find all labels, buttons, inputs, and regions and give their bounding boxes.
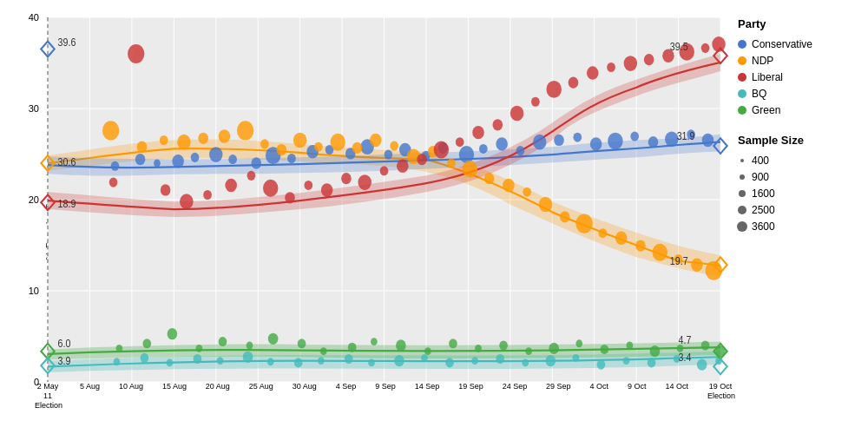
- svg-point-91: [203, 190, 212, 200]
- legend-size-400-label: 400: [752, 155, 769, 167]
- svg-point-157: [449, 339, 457, 348]
- legend-green-dot: [738, 106, 746, 115]
- svg-point-46: [554, 135, 564, 146]
- svg-point-66: [331, 134, 345, 151]
- svg-point-90: [180, 194, 194, 209]
- svg-point-80: [599, 228, 608, 238]
- svg-point-163: [600, 345, 608, 354]
- svg-point-160: [525, 347, 532, 355]
- legend-size-900-label: 900: [752, 171, 769, 183]
- legend-size-1600-dot: [739, 190, 746, 197]
- x-label-6: 30 Aug: [293, 382, 317, 391]
- svg-point-145: [142, 339, 151, 348]
- x-label-12: 29 Sep: [546, 382, 571, 391]
- svg-point-137: [573, 354, 580, 362]
- svg-point-122: [194, 354, 202, 364]
- x-label-13: 4 Oct: [590, 382, 609, 391]
- svg-point-147: [196, 345, 203, 352]
- svg-point-165: [650, 345, 661, 357]
- svg-point-149: [247, 342, 253, 350]
- svg-point-123: [217, 357, 224, 365]
- svg-text:30.6: 30.6: [58, 157, 76, 168]
- svg-point-63: [277, 144, 287, 155]
- svg-point-87: [109, 178, 118, 187]
- x-label-4: 20 Aug: [206, 382, 230, 391]
- svg-point-144: [115, 345, 122, 352]
- svg-text:4.7: 4.7: [679, 334, 692, 345]
- x-label-16: 19 OctElection: [707, 382, 733, 401]
- svg-point-167: [701, 340, 710, 350]
- svg-point-125: [267, 358, 274, 365]
- svg-point-107: [510, 106, 524, 122]
- svg-point-48: [590, 137, 602, 150]
- svg-point-159: [499, 340, 508, 350]
- svg-point-138: [597, 360, 606, 370]
- svg-point-89: [161, 184, 171, 195]
- svg-point-93: [247, 171, 256, 181]
- svg-point-82: [635, 240, 646, 251]
- svg-point-128: [345, 354, 353, 364]
- chart-container: % Popular Support: [0, 0, 868, 434]
- svg-point-96: [304, 181, 312, 190]
- svg-point-130: [394, 355, 404, 366]
- svg-text:3.4: 3.4: [679, 352, 692, 363]
- svg-point-134: [496, 354, 504, 364]
- svg-point-50: [630, 132, 639, 141]
- svg-point-152: [320, 347, 327, 355]
- svg-point-81: [615, 231, 628, 244]
- svg-point-77: [539, 197, 553, 213]
- x-axis-labels: 2 May 11Election 5 Aug 10 Aug 15 Aug 20 …: [48, 382, 720, 430]
- legend-green: Green: [738, 104, 859, 116]
- svg-text:6.0: 6.0: [58, 339, 71, 350]
- svg-point-109: [546, 81, 561, 98]
- svg-point-156: [424, 347, 431, 355]
- legend-size-2500-label: 2500: [752, 204, 775, 216]
- svg-point-61: [237, 121, 253, 140]
- svg-point-51: [648, 136, 659, 148]
- svg-point-83: [653, 244, 667, 261]
- svg-point-26: [172, 155, 184, 168]
- svg-text:31.9: 31.9: [677, 131, 695, 142]
- svg-point-45: [533, 135, 547, 150]
- svg-point-153: [348, 343, 357, 352]
- plot-background: 39.6 30.6 18.9 6.0 3.9 39.5 31.9 19.7 4.…: [48, 17, 720, 382]
- svg-point-75: [503, 179, 515, 192]
- x-label-10: 19 Sep: [458, 382, 483, 391]
- svg-point-23: [111, 161, 120, 171]
- svg-point-132: [445, 358, 454, 367]
- x-label-7: 4 Sep: [336, 382, 357, 391]
- x-label-1: 5 Aug: [80, 382, 100, 391]
- svg-point-74: [484, 173, 495, 184]
- svg-point-85: [691, 258, 703, 271]
- svg-point-55: [102, 121, 119, 140]
- svg-point-30: [251, 157, 261, 168]
- svg-point-54: [702, 134, 714, 147]
- svg-point-139: [623, 357, 630, 365]
- svg-point-59: [198, 133, 208, 144]
- legend-conservative-label: Conservative: [752, 38, 812, 50]
- svg-point-103: [434, 141, 449, 159]
- svg-text:3.9: 3.9: [58, 355, 71, 366]
- svg-point-47: [573, 133, 582, 142]
- svg-point-112: [607, 62, 615, 72]
- svg-point-100: [380, 166, 389, 175]
- svg-point-164: [627, 342, 634, 350]
- svg-point-162: [575, 339, 582, 347]
- svg-point-43: [496, 137, 508, 150]
- svg-point-65: [314, 142, 323, 152]
- svg-text:19.7: 19.7: [670, 256, 688, 267]
- svg-point-120: [141, 353, 149, 363]
- x-label-11: 24 Sep: [503, 382, 528, 391]
- svg-point-60: [219, 129, 231, 142]
- svg-point-148: [219, 337, 227, 346]
- svg-point-136: [546, 355, 556, 366]
- svg-point-44: [516, 146, 525, 155]
- svg-point-119: [114, 358, 121, 365]
- svg-point-95: [285, 192, 295, 203]
- svg-point-135: [522, 358, 529, 366]
- svg-point-68: [370, 134, 382, 147]
- svg-point-105: [472, 126, 484, 139]
- legend-bq-label: BQ: [752, 88, 766, 100]
- svg-point-117: [701, 43, 710, 53]
- svg-point-69: [390, 141, 398, 151]
